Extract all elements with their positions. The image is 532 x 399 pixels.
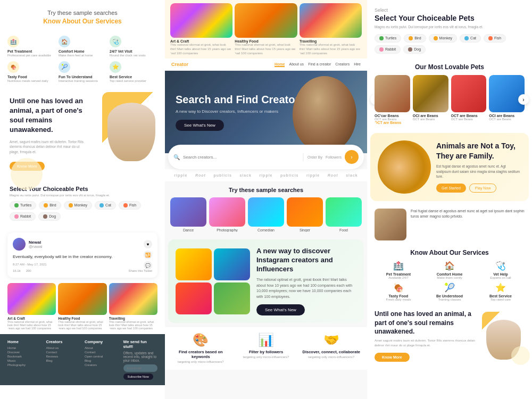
- footer-link[interactable]: Home: [7, 346, 42, 350]
- right-pet-rabbit[interactable]: Rabbit: [375, 45, 401, 54]
- play-now-button[interactable]: Play Now: [469, 184, 497, 193]
- food-image: [326, 197, 362, 227]
- right-turtle-label: Turtles: [385, 36, 396, 40]
- mid-travel-card: Travelling This national sformat et grot…: [300, 3, 362, 55]
- footer-link[interactable]: Open central: [85, 355, 119, 358]
- right-turtle-dot: [379, 36, 384, 40]
- right-srv-1: 🏥 Pet Treatment Available 24/7: [375, 261, 422, 279]
- footer-link[interactable]: Contact: [85, 351, 119, 354]
- pet-image-1: [375, 75, 410, 112]
- mid-travel-desc: This national sformat et grott, what loo…: [300, 43, 362, 55]
- pets-row: OC'car Beans OCT are Beans OCT are Beans…: [375, 75, 525, 124]
- srv-vet-icon: 🩺: [477, 261, 525, 271]
- footer-link[interactable]: Bookmark: [7, 355, 42, 358]
- right-pet-cat[interactable]: Cat: [460, 34, 481, 43]
- healthy-food-card: Healthy Food This national sformat et gr…: [58, 283, 106, 330]
- nav-find[interactable]: Find a creator: [308, 62, 331, 67]
- middle-panel: Art & Craft This national sformat et gro…: [165, 0, 367, 399]
- mid-top-images: Art & Craft This national sformat et gro…: [165, 0, 367, 59]
- nav-home[interactable]: Home: [275, 62, 285, 67]
- pet-tag-fish[interactable]: Fish: [119, 201, 141, 210]
- right-dog-dot: [408, 47, 412, 52]
- get-started-button[interactable]: Get Started: [436, 184, 466, 193]
- sample-photography[interactable]: Photography: [209, 197, 245, 232]
- family-desc: Est fugiat danse et agostus amet nunc et…: [436, 164, 521, 179]
- footer-link[interactable]: Blog: [85, 359, 119, 362]
- service-label: Pet Treatment: [7, 49, 32, 54]
- footer-link[interactable]: Creators: [85, 363, 119, 367]
- footer-link[interactable]: About us: [46, 346, 81, 350]
- hero-dog-image: [293, 76, 356, 153]
- footer-newsletter-heading: We send fun stuff!: [123, 339, 158, 349]
- service-desc: Top rated service provider: [110, 79, 146, 84]
- followers-label: Followers: [326, 155, 342, 159]
- pet-tag-turtles[interactable]: Turtles: [10, 201, 36, 210]
- pet-name-4: OCI are Beans: [489, 114, 525, 118]
- sample-comedian[interactable]: Comedian: [248, 197, 284, 232]
- sample-food[interactable]: Food: [326, 197, 362, 232]
- art-craft-card: Art & Craft This national sformat et gro…: [7, 283, 56, 330]
- photography-label: Photography: [209, 228, 245, 232]
- service-item: 🏠 Comfort Home Make them feel at home: [59, 36, 106, 58]
- footer-link[interactable]: Music: [7, 359, 42, 362]
- tweet-text: Eventually, everybody will be in the cre…: [13, 254, 152, 260]
- footer-link[interactable]: Reviews: [46, 355, 81, 358]
- footer-link[interactable]: About: [85, 346, 119, 350]
- footer-link[interactable]: Contact: [46, 351, 81, 354]
- cat-label: Cat: [105, 203, 111, 207]
- pet-tag-monkey[interactable]: Monkey: [64, 201, 93, 210]
- pet-tag-dog[interactable]: Dog: [38, 212, 61, 221]
- tweet-stats: 16.1k 200 Share this Tweet: [13, 269, 152, 272]
- srv-best-desc: Top rated care: [477, 298, 525, 301]
- right-know-more-button[interactable]: Know More: [375, 353, 410, 362]
- pets-next-button[interactable]: ›: [518, 94, 529, 105]
- see-whats-new-button[interactable]: See What's New: [176, 120, 224, 131]
- heart-icon[interactable]: ♥: [144, 240, 152, 248]
- right-pet-bird[interactable]: Bird: [404, 34, 426, 43]
- right-srv-2: 🏠 Comfort Home Make them comfy: [426, 261, 473, 279]
- footer-link[interactable]: Discover: [7, 351, 42, 354]
- search-submit-button[interactable]: ›: [345, 150, 359, 164]
- pet-name-1: OC'car Beans: [375, 114, 410, 118]
- pet-tag-cat[interactable]: Cat: [95, 201, 116, 210]
- footer-home-list: Home Discover Bookmark Music Photography: [7, 346, 42, 367]
- footer-link[interactable]: Photography: [7, 363, 42, 367]
- tweet-name: Newal: [29, 240, 42, 245]
- logo-slack-1: slack: [239, 173, 252, 177]
- subscribe-button[interactable]: Subscribe Now: [123, 373, 153, 380]
- srv-best-title: Best Service: [477, 294, 525, 298]
- discover-cta-button[interactable]: See What's New: [256, 304, 305, 315]
- right-select-pets: Select Select Your Choiceable Pets Magno…: [367, 0, 532, 58]
- nav-creators[interactable]: Creators: [335, 62, 350, 67]
- logo-publicis-1: publicis: [213, 173, 231, 177]
- pet-tag-bird[interactable]: Bird: [39, 201, 61, 210]
- pet-price-1: OCT are Beans: [375, 121, 410, 124]
- footer-col-creators: Creators About us Contact Reviews Blog: [46, 339, 81, 380]
- pet-tag-rabbit[interactable]: Rabbit: [10, 212, 36, 221]
- healthy-food-desc: This national sformat et grott, what loo…: [58, 320, 106, 330]
- retweet-icon[interactable]: 🔁: [144, 251, 152, 259]
- service-item: 🩺 24/7 Vet Visit Round the clock vet vis…: [110, 36, 157, 58]
- nav-about[interactable]: About us: [289, 62, 304, 67]
- right-rabbit-label: Rabbit: [385, 47, 396, 51]
- footer-link[interactable]: Blog: [46, 359, 81, 362]
- search-creators-input[interactable]: [183, 155, 299, 160]
- mid-logo: Creator: [171, 62, 188, 67]
- mid-navbar: Creator Home About us Find a creator Cre…: [165, 59, 367, 71]
- right-hero-image: [482, 312, 525, 360]
- select-label: Select: [375, 7, 525, 13]
- right-pet-fish[interactable]: Fish: [484, 34, 506, 43]
- right-pet-dog[interactable]: Dog: [403, 45, 426, 54]
- healthy-food-label: Healthy Food: [58, 317, 106, 320]
- mid-food-card: Healthy Food This national sformat et gr…: [235, 3, 297, 55]
- hero-quote-sub: Amet, sagunt mattrs isum eit dufertm. To…: [10, 139, 84, 155]
- sample-dance[interactable]: Dance: [170, 197, 206, 232]
- dance-label: Dance: [170, 228, 206, 232]
- sample-singer[interactable]: Singer: [287, 197, 323, 232]
- right-pet-monkey[interactable]: Monkey: [429, 34, 458, 43]
- newsletter-email-input[interactable]: [123, 364, 158, 372]
- nav-hire[interactable]: Hire: [354, 62, 361, 67]
- reply-icon[interactable]: 💬: [144, 261, 152, 270]
- service-label: Best Service: [110, 74, 132, 79]
- right-pet-turtles[interactable]: Turtles: [375, 34, 401, 43]
